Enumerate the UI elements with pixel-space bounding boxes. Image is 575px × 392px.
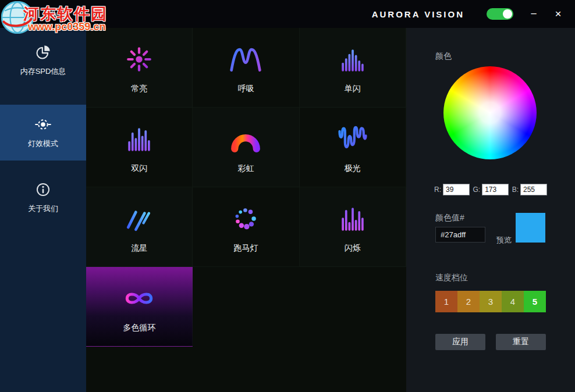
mode-tile-breathing[interactable]: 呼吸 xyxy=(193,28,299,108)
app-title: AURORA VISION xyxy=(372,9,464,19)
mode-tile-marquee[interactable]: 跑马灯 xyxy=(193,187,299,267)
speed-selector: 1 2 3 4 5 xyxy=(435,291,546,312)
mode-label: 流星 xyxy=(131,243,147,254)
app-window: GALAX AURORA VISION − × 河东软件园 www.pc0359… xyxy=(0,0,575,392)
aurora-wave-icon xyxy=(335,122,370,156)
marquee-dots-icon xyxy=(228,201,263,236)
mode-tile-static[interactable]: 常亮 xyxy=(86,28,193,108)
brand-logo: GALAX xyxy=(9,6,75,22)
g-label: G: xyxy=(473,186,480,194)
hex-input[interactable] xyxy=(435,227,485,243)
power-toggle[interactable] xyxy=(487,8,513,20)
mode-tile-single-flash[interactable]: 单闪 xyxy=(300,28,406,108)
mode-grid: 常亮 呼吸 xyxy=(86,28,406,347)
mode-label: 彩虹 xyxy=(237,163,254,174)
r-label: R: xyxy=(434,186,441,194)
flicker-bars-icon xyxy=(335,201,370,236)
b-input[interactable] xyxy=(520,184,547,195)
r-group: R: xyxy=(434,184,470,195)
toggle-knob xyxy=(503,9,512,19)
titlebar-right: AURORA VISION − × xyxy=(372,0,575,28)
preview-label: 预览 xyxy=(496,235,512,245)
mode-tile-color-cycle[interactable]: 多色循环 xyxy=(86,267,193,347)
mode-label: 极光 xyxy=(345,163,361,174)
color-panel: 颜色 R: G: B: 颜色值# 预览 速度档位 1 2 3 4 xyxy=(406,28,575,392)
color-section-title: 颜色 xyxy=(435,51,452,62)
mode-label: 呼吸 xyxy=(237,84,254,94)
mode-tile-meteor[interactable]: 流星 xyxy=(86,187,193,267)
pie-chart-icon xyxy=(35,44,51,60)
minimize-button[interactable]: − xyxy=(521,0,546,28)
sidebar-item-spd-info[interactable]: 内存SPD信息 xyxy=(0,33,86,88)
info-icon xyxy=(35,181,51,198)
b-group: B: xyxy=(512,184,547,195)
g-group: G: xyxy=(473,184,509,195)
sun-icon xyxy=(122,42,157,77)
sidebar-item-label: 内存SPD信息 xyxy=(20,66,66,77)
speed-button-1[interactable]: 1 xyxy=(435,291,457,312)
mode-grid-area: 常亮 呼吸 xyxy=(86,28,406,392)
sidebar-item-label: 灯效模式 xyxy=(28,138,58,149)
double-flash-bars-icon xyxy=(122,122,157,156)
preview-swatch xyxy=(516,213,545,243)
rainbow-icon xyxy=(228,122,263,156)
color-wheel[interactable] xyxy=(443,66,537,159)
speed-button-3[interactable]: 3 xyxy=(480,291,502,312)
sidebar-item-about[interactable]: 关于我们 xyxy=(0,170,86,226)
sidebar-item-label: 关于我们 xyxy=(28,204,58,214)
rgb-inputs-row: R: G: B: xyxy=(434,184,547,195)
reset-button[interactable]: 重置 xyxy=(496,334,546,350)
close-button[interactable]: × xyxy=(546,0,570,28)
speed-button-5[interactable]: 5 xyxy=(524,291,546,312)
infinity-icon xyxy=(122,281,157,316)
mode-tile-rainbow[interactable]: 彩虹 xyxy=(193,108,299,187)
mode-label: 闪烁 xyxy=(345,243,361,254)
mode-tile-flicker[interactable]: 闪烁 xyxy=(300,187,406,267)
mode-label: 单闪 xyxy=(345,84,361,94)
b-label: B: xyxy=(512,186,519,194)
meteor-icon xyxy=(122,201,157,236)
breathing-wave-icon xyxy=(228,42,263,77)
speed-section-title: 速度档位 xyxy=(435,273,468,283)
mode-tile-double-flash[interactable]: 双闪 xyxy=(86,108,193,187)
mode-label: 跑马灯 xyxy=(233,243,258,254)
hex-label: 颜色值# xyxy=(435,213,464,223)
mode-label: 常亮 xyxy=(131,84,147,94)
speed-button-2[interactable]: 2 xyxy=(457,291,480,312)
g-input[interactable] xyxy=(482,184,509,195)
titlebar: GALAX AURORA VISION − × xyxy=(0,0,575,28)
single-flash-bars-icon xyxy=(335,42,370,77)
mode-label: 双闪 xyxy=(131,163,147,174)
sidebar: 内存SPD信息 灯效模式 关于我们 xyxy=(0,28,86,392)
brightness-icon xyxy=(35,116,51,133)
mode-tile-aurora[interactable]: 极光 xyxy=(300,108,406,187)
speed-button-4[interactable]: 4 xyxy=(502,291,524,312)
apply-button[interactable]: 应用 xyxy=(435,334,485,350)
r-input[interactable] xyxy=(443,184,470,195)
sidebar-item-light-mode[interactable]: 灯效模式 xyxy=(0,105,86,161)
mode-label: 多色循环 xyxy=(123,323,155,333)
